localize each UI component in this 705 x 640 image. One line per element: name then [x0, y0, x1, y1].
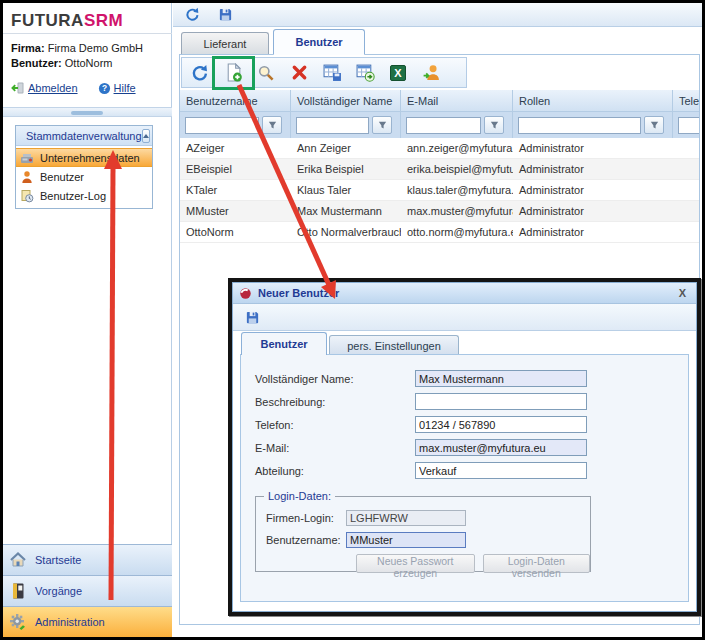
- cell-telefon: [673, 138, 700, 158]
- tree-item-label: Benutzer-Log: [40, 190, 106, 202]
- funnel-icon: [489, 120, 500, 131]
- window-toolbar: [173, 3, 702, 27]
- company-value: Firma Demo GmbH: [48, 42, 143, 54]
- neues-passwort-button[interactable]: Neues Passwort erzeugen: [356, 554, 475, 573]
- splitter-grip: [71, 111, 103, 115]
- main-tabstrip: Lieferant Benutzer: [173, 27, 702, 55]
- cell-rollen: Administrator: [513, 159, 673, 179]
- excel-icon: X: [389, 64, 407, 82]
- table-row[interactable]: MMuster Max Mustermann max.muster@myfutu…: [180, 201, 699, 222]
- input-vollstaendiger-name[interactable]: [415, 370, 587, 387]
- input-email[interactable]: [415, 439, 587, 456]
- company-data-icon: [20, 151, 34, 165]
- cell-email: klaus.taler@myfutura.eu: [401, 180, 513, 200]
- delete-button[interactable]: [289, 63, 309, 83]
- filter-input-benutzername[interactable]: [185, 117, 259, 134]
- nav-item-label: Vorgänge: [35, 585, 82, 597]
- table-row[interactable]: OttoNorm Otto Normalverbraucher otto.nor…: [180, 222, 699, 243]
- cell-name: Ann Zeiger: [291, 138, 401, 158]
- logout-label: Abmelden: [28, 82, 78, 94]
- help-link[interactable]: ? Hilfe: [98, 82, 136, 95]
- nav-item-vorgaenge[interactable]: Vorgänge: [3, 575, 172, 606]
- tab-benutzer[interactable]: Benutzer: [273, 29, 365, 55]
- filter-input-telefon[interactable]: [678, 117, 700, 134]
- new-user-button[interactable]: [223, 63, 243, 83]
- save-button[interactable]: [216, 6, 234, 24]
- user-value: OttoNorm: [65, 57, 113, 69]
- log-icon: [20, 189, 34, 203]
- logout-link[interactable]: Abmelden: [11, 81, 78, 95]
- filter-input-rollen[interactable]: [518, 117, 641, 134]
- user-icon: [20, 170, 34, 184]
- tab-label: Benutzer: [260, 338, 307, 350]
- filter-input-email[interactable]: [406, 117, 481, 134]
- field-label-firmen-login: Firmen-Login:: [266, 512, 346, 524]
- dialog-tab-pers-einstellungen[interactable]: pers. Einstellungen: [329, 335, 459, 355]
- input-abteilung[interactable]: [415, 462, 587, 479]
- home-icon: [9, 551, 27, 569]
- column-header-vollstaendiger-name[interactable]: Vollständiger Name: [291, 90, 401, 112]
- tree-item-unternehmensdaten[interactable]: Unternehmensdaten: [16, 148, 152, 167]
- filter-button[interactable]: [262, 116, 282, 134]
- dialog-toolbar: [233, 304, 696, 331]
- filter-button[interactable]: [644, 116, 664, 134]
- logo-divider: [3, 33, 172, 34]
- sidebar-splitter[interactable]: [3, 107, 172, 117]
- collapse-panel-button[interactable]: [142, 129, 150, 143]
- grid-reset-layout-button[interactable]: [355, 63, 375, 83]
- input-benutzername[interactable]: [346, 532, 466, 548]
- dialog-frame: Neuer Benutzer X Benutzer pers. Einstell…: [232, 282, 697, 612]
- login-daten-versenden-button[interactable]: Login-Daten versenden: [483, 554, 590, 573]
- nav-item-administration[interactable]: Administration: [3, 606, 172, 637]
- cell-rollen: Administrator: [513, 222, 673, 242]
- filter-input-name[interactable]: [296, 117, 369, 134]
- nav-item-startseite[interactable]: Startseite: [3, 544, 172, 575]
- column-header-rollen[interactable]: Rollen: [513, 90, 673, 112]
- grid-save-layout-button[interactable]: [322, 63, 342, 83]
- table-row[interactable]: KTaler Klaus Taler klaus.taler@myfutura.…: [180, 180, 699, 201]
- field-label-beschreibung: Beschreibung:: [255, 396, 415, 408]
- filter-button[interactable]: [372, 116, 392, 134]
- search-button[interactable]: [256, 63, 276, 83]
- user-roles-button[interactable]: [421, 63, 441, 83]
- column-header-telefon[interactable]: Telefon: [673, 90, 700, 112]
- tree-panel-header[interactable]: Stammdatenverwaltung: [16, 126, 152, 146]
- column-header-email[interactable]: E-Mail: [401, 90, 513, 112]
- table-row[interactable]: EBeispiel Erika Beispiel erika.beispiel@…: [180, 159, 699, 180]
- grid-export-icon: [356, 63, 375, 82]
- chevron-up-icon: [143, 134, 149, 138]
- cell-name: Erika Beispiel: [291, 159, 401, 179]
- dialog-tab-benutzer[interactable]: Benutzer: [241, 332, 327, 355]
- table-row[interactable]: AZeiger Ann Zeiger ann.zeiger@myfutura.e…: [180, 138, 699, 159]
- excel-export-button[interactable]: X: [388, 63, 408, 83]
- tree-item-label: Benutzer: [40, 171, 84, 183]
- filter-button[interactable]: [484, 116, 504, 134]
- input-firmen-login[interactable]: [346, 510, 466, 526]
- user-label: Benutzer:: [11, 57, 62, 69]
- column-header-benutzername[interactable]: Benutzername: [180, 90, 291, 112]
- help-icon: ?: [98, 82, 111, 95]
- new-entry-icon: [224, 63, 243, 82]
- dialog-titlebar[interactable]: Neuer Benutzer X: [233, 283, 696, 304]
- input-telefon[interactable]: [415, 416, 587, 433]
- grid-refresh-button[interactable]: [190, 63, 210, 83]
- dialog-save-button[interactable]: [243, 308, 261, 326]
- sidebar: FUTURASRM Firma: Firma Demo GmbH Benutze…: [3, 3, 172, 637]
- tree-item-benutzer-log[interactable]: Benutzer-Log: [16, 186, 152, 205]
- logo-futura: FUTURA: [11, 11, 84, 30]
- cell-benutzername: EBeispiel: [180, 159, 291, 179]
- save-icon: [218, 7, 233, 22]
- tree-item-benutzer[interactable]: Benutzer: [16, 167, 152, 186]
- tab-lieferant[interactable]: Lieferant: [181, 32, 269, 54]
- logo-srm: SRM: [84, 11, 123, 30]
- delete-x-icon: [291, 64, 308, 81]
- cell-name: Otto Normalverbraucher: [291, 222, 401, 242]
- funnel-icon: [267, 120, 278, 131]
- dialog-close-button[interactable]: X: [675, 287, 690, 299]
- svg-text:X: X: [394, 67, 402, 79]
- input-beschreibung[interactable]: [415, 393, 587, 410]
- app-window: FUTURASRM Firma: Firma Demo GmbH Benutze…: [0, 0, 705, 640]
- grid-save-icon: [323, 63, 342, 82]
- refresh-button[interactable]: [183, 6, 201, 24]
- users-grid: Benutzername Vollständiger Name E-Mail R…: [180, 90, 699, 243]
